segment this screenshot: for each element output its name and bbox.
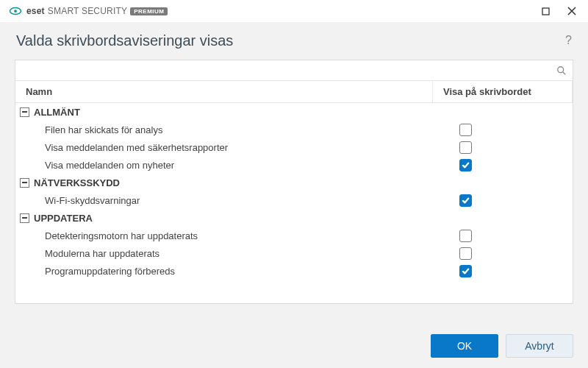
table-header: Namn Visa på skrivbordet	[15, 81, 573, 103]
settings-panel: Namn Visa på skrivbordet ALLMÄNTFilen ha…	[15, 60, 573, 304]
collapse-icon[interactable]	[20, 178, 29, 188]
group-header[interactable]: NÄTVERKSSKYDD	[15, 174, 573, 191]
search-row	[15, 60, 573, 81]
setting-row: Detekteringsmotorn har uppdaterats	[15, 227, 573, 244]
setting-label: Filen har skickats för analys	[15, 124, 433, 135]
show-on-desktop-checkbox[interactable]	[459, 159, 472, 171]
show-on-desktop-checkbox[interactable]	[459, 265, 472, 277]
maximize-button[interactable]	[535, 3, 556, 19]
setting-label: Visa meddelanden om nyheter	[15, 160, 433, 171]
show-on-desktop-checkbox[interactable]	[459, 247, 472, 260]
ok-button[interactable]: OK	[431, 334, 498, 358]
table-body: ALLMÄNTFilen har skickats för analysVisa…	[15, 103, 573, 303]
column-header-show[interactable]: Visa på skrivbordet	[433, 81, 573, 102]
collapse-icon[interactable]	[20, 213, 29, 223]
search-input[interactable]	[20, 62, 555, 79]
setting-label: Detekteringsmotorn har uppdaterats	[15, 230, 433, 241]
svg-rect-2	[542, 8, 549, 15]
group-label: ALLMÄNT	[34, 107, 80, 118]
titlebar: eset SMART SECURITY PREMIUM	[0, 0, 588, 22]
group-header[interactable]: ALLMÄNT	[15, 103, 573, 121]
show-on-desktop-checkbox[interactable]	[459, 194, 472, 207]
setting-row: Wi-Fi-skyddsvarningar	[15, 191, 573, 209]
collapse-icon[interactable]	[20, 107, 29, 117]
page-title: Valda skrivbordsaviseringar visas	[0, 22, 588, 55]
brand-logo-icon	[9, 4, 22, 18]
close-button[interactable]	[562, 3, 582, 19]
brand-eset-text: eset	[26, 6, 45, 16]
svg-line-4	[563, 71, 565, 74]
group-label: NÄTVERKSSKYDD	[34, 177, 120, 188]
setting-label: Programuppdatering förbereds	[15, 266, 433, 277]
help-icon[interactable]: ?	[565, 34, 572, 47]
show-on-desktop-checkbox[interactable]	[459, 230, 472, 242]
svg-point-1	[14, 10, 17, 13]
setting-row: Visa meddelanden med säkerhetsrapporter	[15, 138, 573, 156]
cancel-button[interactable]: Avbryt	[506, 334, 573, 358]
show-on-desktop-checkbox[interactable]	[459, 141, 472, 154]
setting-row: Programuppdatering förbereds	[15, 262, 573, 280]
svg-point-3	[558, 66, 564, 72]
setting-row: Modulerna har uppdaterats	[15, 244, 573, 262]
show-on-desktop-checkbox[interactable]	[459, 124, 472, 136]
search-icon[interactable]	[555, 64, 568, 77]
setting-row: Filen har skickats för analys	[15, 121, 573, 138]
setting-label: Modulerna har uppdaterats	[15, 248, 433, 259]
setting-label: Wi-Fi-skyddsvarningar	[15, 195, 433, 206]
brand-name-text: SMART SECURITY	[48, 6, 127, 16]
group-header[interactable]: UPPDATERA	[15, 209, 573, 227]
brand: eset SMART SECURITY PREMIUM	[9, 4, 168, 18]
setting-label: Visa meddelanden med säkerhetsrapporter	[15, 142, 433, 153]
setting-row: Visa meddelanden om nyheter	[15, 156, 573, 174]
footer: OK Avbryt	[431, 334, 573, 358]
group-label: UPPDATERA	[34, 213, 93, 224]
brand-badge: PREMIUM	[130, 7, 168, 15]
column-header-name[interactable]: Namn	[15, 81, 433, 102]
